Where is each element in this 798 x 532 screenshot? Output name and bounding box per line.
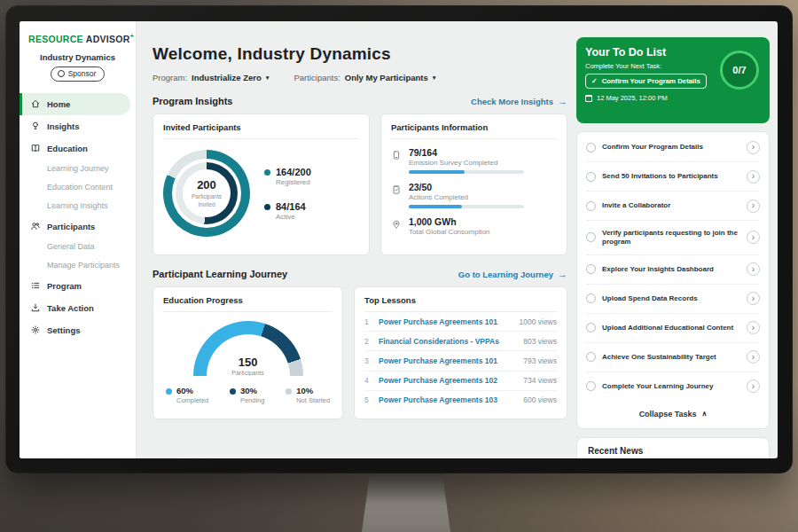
app-window: RESOURCE ADVISOR+ Industry Dynamics Spon… — [20, 21, 778, 458]
task-row[interactable]: Verify participants requesting to join t… — [586, 221, 760, 255]
main-content: Welcome, Industry Dynamics Program: Indu… — [137, 21, 576, 458]
legend-dot — [166, 388, 172, 395]
sidebar-item-settings[interactable]: Settings — [20, 319, 136, 341]
actions-icon — [391, 183, 402, 208]
info-row-survey: 79/164 Emission Survey Completed — [391, 139, 557, 174]
monitor-stand — [362, 468, 450, 532]
survey-icon — [391, 148, 402, 174]
sidebar-item-learning-insights[interactable]: Learning Insights — [20, 197, 136, 215]
lesson-row: 2 Financial Considerations - VPPAs 803 v… — [364, 332, 557, 351]
sidebar-item-take-action[interactable]: Take Action — [20, 297, 136, 319]
go-to-learning-journey-link[interactable]: Go to Learning Journey → — [458, 269, 567, 279]
task-checkbox[interactable] — [586, 201, 596, 211]
take-action-icon — [30, 302, 41, 313]
program-icon — [30, 280, 41, 291]
chevron-right-icon[interactable]: › — [747, 321, 760, 334]
invited-donut-chart: 200 Participants Invited — [163, 150, 250, 237]
todo-progress-ring: 0/7 — [720, 51, 759, 90]
chevron-right-icon[interactable]: › — [747, 200, 760, 213]
task-list-card: Confirm Your Program Details › Send 50 I… — [576, 131, 770, 429]
donut-center-label: 200 Participants Invited — [185, 172, 228, 215]
education-progress-card: Education Progress 150 Participants — [153, 286, 343, 419]
task-row[interactable]: Invite a Collaborator › — [586, 192, 760, 221]
sponsor-icon — [58, 70, 65, 77]
progress-track — [409, 170, 524, 174]
task-checkbox[interactable] — [586, 293, 596, 303]
collapse-tasks-button[interactable]: Collapse Tasks ∧ — [586, 401, 760, 427]
learning-journey-header: Participant Learning Journey Go to Learn… — [153, 269, 567, 279]
arrow-right-icon: → — [558, 269, 567, 279]
task-checkbox[interactable] — [586, 172, 596, 182]
task-checkbox[interactable] — [586, 323, 596, 332]
lesson-link[interactable]: Financial Considerations - VPPAs — [379, 337, 516, 346]
legend-dot — [264, 169, 270, 176]
next-task-chip[interactable]: ✓ Confirm Your Program Details — [585, 74, 707, 89]
chevron-right-icon[interactable]: › — [747, 141, 760, 154]
sidebar-item-education[interactable]: Education — [20, 137, 136, 160]
sidebar-item-manage-participants[interactable]: Manage Participants — [20, 256, 136, 275]
chevron-down-icon: ▾ — [433, 74, 436, 82]
home-icon — [30, 98, 41, 109]
lesson-row: 1 Power Purchase Agreements 101 1000 vie… — [364, 312, 557, 332]
sidebar-item-insights[interactable]: Insights — [20, 115, 136, 137]
task-checkbox[interactable] — [586, 264, 596, 274]
top-lessons-card: Top Lessons 1 Power Purchase Agreements … — [354, 286, 567, 419]
info-progress-fill — [409, 170, 465, 174]
chevron-up-icon: ∧ — [702, 410, 708, 418]
lesson-link[interactable]: Power Purchase Agreements 103 — [379, 395, 516, 404]
task-row[interactable]: Upload Additional Educational Content › — [586, 314, 760, 343]
sidebar-item-participants[interactable]: Participants — [20, 215, 136, 238]
sponsor-badge[interactable]: Sponsor — [51, 66, 106, 82]
sidebar-item-learning-journey[interactable]: Learning Journey — [20, 160, 136, 178]
task-row[interactable]: Upload Spend Data Records › — [586, 285, 760, 314]
sidebar-item-general-data[interactable]: General Data — [20, 238, 136, 256]
task-row[interactable]: Explore Your Insights Dashboard › — [586, 255, 760, 285]
task-checkbox[interactable] — [586, 232, 596, 242]
lesson-link[interactable]: Power Purchase Agreements 102 — [379, 376, 516, 385]
app-logo: RESOURCE ADVISOR+ — [20, 21, 136, 44]
sidebar-item-home[interactable]: Home — [20, 93, 130, 115]
task-row[interactable]: Achieve One Sustainability Target › — [586, 343, 760, 372]
insights-icon — [30, 121, 41, 131]
recent-news-card: Recent News — [576, 437, 770, 458]
legend-pending: 30% Pending — [230, 386, 265, 404]
due-date: 12 May 2025, 12:00 PM — [585, 94, 761, 102]
photo-background: RESOURCE ADVISOR+ Industry Dynamics Spon… — [0, 0, 798, 532]
chevron-right-icon[interactable]: › — [747, 379, 760, 393]
lesson-link[interactable]: Power Purchase Agreements 101 — [379, 356, 516, 365]
arrow-right-icon: → — [558, 96, 567, 106]
sidebar: RESOURCE ADVISOR+ Industry Dynamics Spon… — [20, 21, 137, 458]
program-insights-header: Program Insights Check More Insights → — [153, 96, 567, 106]
sidebar-item-program[interactable]: Program — [20, 275, 136, 297]
chevron-right-icon[interactable]: › — [747, 262, 760, 276]
chevron-right-icon[interactable]: › — [747, 350, 760, 364]
lesson-link[interactable]: Power Purchase Agreements 101 — [379, 317, 512, 326]
legend-dot — [264, 204, 270, 210]
sidebar-item-education-content[interactable]: Education Content — [20, 178, 136, 197]
education-gauge-chart: 150 Participants — [193, 321, 303, 376]
program-filter[interactable]: Program: Industrialize Zero ▾ — [153, 73, 270, 82]
task-row[interactable]: Complete Your Learning Journey › — [586, 372, 760, 401]
settings-icon — [30, 325, 41, 335]
chevron-right-icon[interactable]: › — [747, 292, 760, 305]
location-icon — [391, 217, 402, 236]
chevron-right-icon[interactable]: › — [747, 231, 760, 244]
task-row[interactable]: Confirm Your Program Details › — [586, 133, 760, 162]
chevron-right-icon[interactable]: › — [747, 170, 760, 184]
calendar-icon — [585, 95, 592, 102]
info-row-actions: 23/50 Actions Completed — [391, 174, 557, 208]
participants-filter[interactable]: Participants: Only My Participants ▾ — [294, 73, 436, 82]
task-checkbox[interactable] — [586, 352, 596, 362]
gauge-legend: 60% Completed 30% Pending — [163, 386, 332, 404]
lesson-row: 5 Power Purchase Agreements 103 600 view… — [364, 391, 557, 410]
task-row[interactable]: Send 50 Invitations to Participants › — [586, 162, 760, 192]
legend-completed: 60% Completed — [166, 386, 208, 404]
task-checkbox[interactable] — [586, 381, 596, 391]
todo-summary-card: Your To Do List Complete Your Next Task:… — [576, 37, 770, 123]
participants-information-card: Participants Information 79/164 Emission… — [380, 113, 567, 255]
check-more-insights-link[interactable]: Check More Insights → — [471, 96, 567, 106]
task-checkbox[interactable] — [586, 143, 596, 153]
check-icon: ✓ — [591, 77, 598, 85]
progress-track — [409, 205, 524, 208]
lesson-row: 4 Power Purchase Agreements 102 734 view… — [364, 372, 557, 391]
